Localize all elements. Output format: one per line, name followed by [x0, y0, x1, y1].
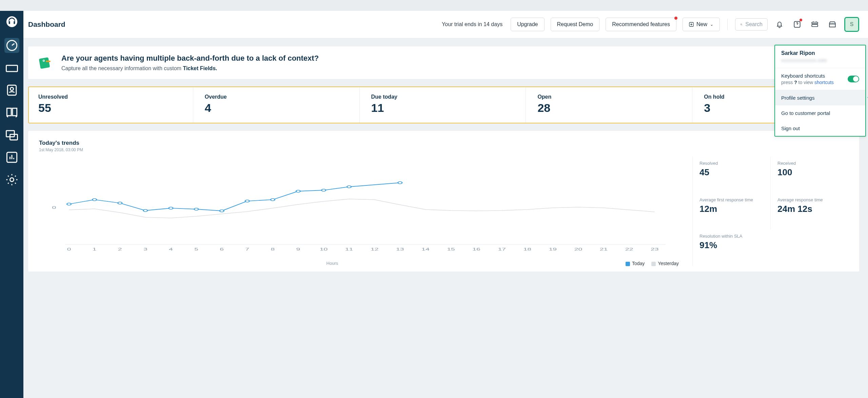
- new-button-label: New: [696, 21, 707, 27]
- svg-point-32: [398, 182, 402, 184]
- svg-rect-16: [46, 61, 51, 62]
- svg-point-20: [67, 203, 71, 205]
- avatar-initial: S: [850, 21, 854, 27]
- svg-point-26: [220, 210, 224, 212]
- menu-profile-settings[interactable]: Profile settings: [775, 90, 865, 105]
- marketplace-button[interactable]: [827, 19, 838, 30]
- svg-point-3: [10, 87, 13, 91]
- profile-menu: Sarkar Ripon xxxxxxxxxxxxx.com Keyboard …: [774, 45, 866, 137]
- new-button[interactable]: New ⌄: [683, 18, 720, 31]
- svg-text:21: 21: [600, 247, 608, 251]
- metric-resolved: Resolved 45: [692, 157, 770, 193]
- svg-text:1: 1: [93, 247, 97, 251]
- svg-point-15: [43, 60, 44, 61]
- svg-text:22: 22: [625, 247, 633, 251]
- freshworks-switcher[interactable]: [809, 19, 821, 30]
- kbd-shortcuts-hint: press ? to view shortcuts: [781, 80, 834, 85]
- stat-open[interactable]: Open 28: [528, 87, 692, 123]
- svg-text:0: 0: [52, 205, 56, 210]
- metric-sla: Resolution within SLA 91%: [692, 230, 770, 266]
- svg-point-31: [347, 186, 351, 188]
- svg-point-21: [93, 199, 97, 201]
- svg-text:6: 6: [220, 247, 224, 251]
- page-title: Dashboard: [28, 20, 65, 28]
- banner-subtitle: Capture all the necessary information wi…: [61, 65, 319, 72]
- nav-settings[interactable]: [4, 172, 19, 187]
- notifications-button[interactable]: [774, 19, 785, 30]
- svg-text:17: 17: [498, 247, 506, 251]
- stat-unresolved[interactable]: Unresolved 55: [29, 87, 193, 123]
- profile-name: Sarkar Ripon: [781, 50, 859, 56]
- nav-contacts[interactable]: [4, 83, 19, 98]
- divider: [727, 19, 728, 30]
- svg-rect-11: [812, 22, 817, 24]
- svg-text:5: 5: [194, 247, 198, 251]
- search-placeholder: Search: [745, 21, 763, 27]
- trends-chart: 0 01234567891011121314151617181920212223: [39, 156, 679, 258]
- svg-text:8: 8: [271, 247, 275, 251]
- svg-text:15: 15: [447, 247, 455, 251]
- ticket-icon: [38, 55, 53, 71]
- trends-title: Today's trends: [39, 140, 679, 146]
- svg-text:13: 13: [396, 247, 404, 251]
- svg-text:16: 16: [472, 247, 480, 251]
- banner-title: Are your agents having multiple back-and…: [61, 54, 319, 63]
- nav-dashboard[interactable]: [4, 38, 19, 53]
- help-button[interactable]: [791, 19, 803, 30]
- svg-text:3: 3: [143, 247, 147, 251]
- trends-panel: Today's trends 1st May 2018, 03:00 PM 0: [28, 131, 859, 272]
- svg-point-7: [10, 178, 14, 182]
- menu-sign-out[interactable]: Sign out: [775, 121, 865, 136]
- menu-customer-portal[interactable]: Go to customer portal: [775, 105, 865, 121]
- svg-point-27: [245, 200, 249, 202]
- svg-rect-13: [39, 57, 50, 69]
- annotation-arrow: [867, 93, 868, 102]
- svg-point-28: [271, 199, 275, 201]
- sidebar: [0, 11, 23, 398]
- metric-avg-response: Average response time 24m 12s: [770, 193, 848, 230]
- chart-xlabel: Hours: [39, 261, 626, 266]
- svg-point-9: [741, 24, 742, 25]
- svg-text:14: 14: [421, 247, 430, 251]
- app-logo[interactable]: [6, 16, 17, 27]
- svg-point-24: [169, 207, 173, 209]
- request-demo-button[interactable]: Request Demo: [551, 18, 600, 31]
- nav-tickets[interactable]: [4, 60, 19, 75]
- svg-text:7: 7: [245, 247, 249, 251]
- apps-icon: [810, 20, 819, 29]
- svg-rect-1: [6, 65, 17, 72]
- svg-point-22: [118, 202, 122, 204]
- nav-solutions[interactable]: [4, 105, 19, 120]
- svg-text:20: 20: [574, 247, 583, 251]
- search-icon: [740, 22, 743, 27]
- svg-text:0: 0: [67, 247, 71, 251]
- svg-point-23: [143, 210, 147, 212]
- plus-icon: [689, 22, 694, 27]
- stat-overdue[interactable]: Overdue 4: [195, 87, 360, 123]
- svg-rect-17: [65, 160, 666, 244]
- trial-notice: Your trial ends in 14 days: [442, 21, 502, 27]
- profile-email: xxxxxxxxxxxxx.com: [781, 58, 859, 63]
- svg-text:2: 2: [118, 247, 122, 251]
- stat-due-today[interactable]: Due today 11: [362, 87, 526, 123]
- profile-avatar[interactable]: S: [844, 17, 859, 32]
- kbd-shortcuts-toggle[interactable]: [848, 76, 859, 82]
- svg-point-29: [296, 190, 300, 192]
- svg-text:19: 19: [549, 247, 557, 251]
- kbd-shortcuts-label: Keyboard shortcuts: [781, 73, 834, 79]
- svg-text:10: 10: [320, 247, 328, 251]
- search-input[interactable]: Search: [735, 18, 768, 31]
- recommended-features-button[interactable]: Recommended features: [606, 18, 676, 31]
- metric-received: Received 100: [770, 157, 848, 193]
- svg-text:23: 23: [651, 247, 659, 251]
- stats-row: Unresolved 55 Overdue 4 Due today 11 Ope…: [28, 86, 859, 123]
- svg-text:11: 11: [345, 247, 353, 251]
- help-icon: [793, 20, 802, 29]
- trends-timestamp: 1st May 2018, 03:00 PM: [39, 147, 679, 152]
- nav-reports[interactable]: [4, 150, 19, 165]
- nav-chat[interactable]: [4, 127, 19, 142]
- upgrade-button[interactable]: Upgrade: [511, 18, 544, 31]
- info-banner: Are your agents having multiple back-and…: [28, 46, 859, 79]
- svg-point-25: [194, 208, 198, 210]
- svg-text:18: 18: [524, 247, 532, 251]
